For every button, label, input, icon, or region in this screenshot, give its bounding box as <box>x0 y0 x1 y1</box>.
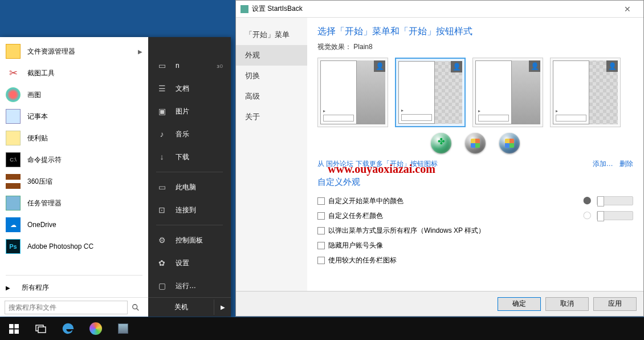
nav-switching[interactable]: 切换 <box>236 66 307 86</box>
theme-option-1[interactable]: 👤 <box>317 58 388 127</box>
power-options-button[interactable]: ▶ <box>214 299 231 315</box>
app-label: 任务管理器 <box>27 199 62 208</box>
divider <box>156 172 223 172</box>
theme-option-3[interactable]: 👤 <box>472 58 543 127</box>
content-heading: 选择「开始」菜单和「开始」按钮样式 <box>317 26 633 38</box>
orb-win-blue[interactable] <box>499 133 520 153</box>
visual-style-row: 视觉效果： Plain8 <box>317 42 633 52</box>
app-label: 文件资源管理器 <box>27 47 75 56</box>
start-button[interactable] <box>0 317 27 340</box>
item-label: 图片 <box>176 107 189 116</box>
avatar-icon: 👤 <box>606 60 618 72</box>
connect-to[interactable]: ⊡连接到 <box>148 199 231 221</box>
color-drop-icon[interactable]: ⬤ <box>583 196 593 206</box>
app-cmd[interactable]: C:\命令提示符 <box>0 149 148 171</box>
user-icon: ▭ <box>156 61 168 70</box>
app-task-manager[interactable]: 任务管理器 <box>0 192 148 214</box>
theme-option-4[interactable]: 👤 <box>550 58 621 127</box>
archive-icon <box>6 174 21 189</box>
svg-point-0 <box>133 304 137 309</box>
nav-start-menu[interactable]: 「开始」菜单 <box>236 25 307 45</box>
app-orb-button[interactable] <box>82 317 109 340</box>
app-notepad[interactable]: 记事本 <box>0 106 148 127</box>
check-hide-avatar: 隐藏用户账号头像 <box>317 238 633 253</box>
app-file-explorer[interactable]: 文件资源管理器▶ <box>0 41 148 62</box>
cancel-button[interactable]: 取消 <box>545 297 589 311</box>
checkbox[interactable] <box>317 227 325 234</box>
power-row: 关机 ▶ <box>148 297 231 317</box>
dialog-body: 「开始」菜单 外观 切换 高级 关于 选择「开始」菜单和「开始」按钮样式 视觉效… <box>236 18 643 291</box>
remove-link[interactable]: 删除 <box>619 160 633 168</box>
network-icon: ⊡ <box>156 205 168 214</box>
app-snipping-tool[interactable]: ✂截图工具 <box>0 62 148 84</box>
checkbox[interactable] <box>317 197 325 205</box>
downloads[interactable]: ↓下载 <box>148 145 231 168</box>
ok-button[interactable]: 确定 <box>498 297 541 311</box>
this-pc[interactable]: ▭此电脑 <box>148 176 231 199</box>
app-paint[interactable]: 画图 <box>0 84 148 106</box>
apply-button[interactable]: 应用 <box>593 297 637 311</box>
svg-rect-4 <box>9 329 14 334</box>
dialog-title: 设置 StartIsBack <box>252 4 303 14</box>
check-label: 隐藏用户账号头像 <box>328 241 383 250</box>
svg-rect-7 <box>38 327 46 333</box>
control-panel[interactable]: ⚙控制面板 <box>148 229 231 252</box>
palette-icon <box>6 87 21 102</box>
check-label: 使用较大的任务栏图标 <box>328 256 397 265</box>
music[interactable]: ♪音乐 <box>148 123 231 145</box>
item-label: 设置 <box>176 258 189 268</box>
taskbar <box>0 317 644 340</box>
search-button[interactable] <box>128 301 144 314</box>
run[interactable]: ▢运行… <box>148 274 231 297</box>
app-label: 记事本 <box>27 112 48 122</box>
folder-icon <box>6 44 21 59</box>
nav-about[interactable]: 关于 <box>236 107 307 127</box>
documents[interactable]: ☰文档 <box>148 77 231 100</box>
nav-advanced[interactable]: 高级 <box>236 86 307 107</box>
nav-appearance[interactable]: 外观 <box>236 45 307 66</box>
task-view-icon <box>35 324 47 333</box>
running-app-button[interactable] <box>109 317 137 340</box>
app-onedrive[interactable]: ☁OneDrive <box>0 214 148 236</box>
checkbox[interactable] <box>317 212 325 220</box>
app-360zip[interactable]: 360压缩 <box>0 171 148 192</box>
shutdown-button[interactable]: 关机 <box>148 298 214 317</box>
check-taskbar-color: 自定义任务栏颜色◯ <box>317 208 633 223</box>
download-more-link[interactable]: 从 国外论坛 下载更多「开始」按钮图标 <box>317 159 438 169</box>
task-view-button[interactable] <box>27 317 55 340</box>
svg-rect-3 <box>14 324 19 329</box>
orb-clover[interactable] <box>431 133 451 153</box>
chevron-right-icon: ▶ <box>6 285 13 291</box>
all-programs[interactable]: ▶所有程序 <box>0 278 148 297</box>
opacity-slider[interactable] <box>597 211 633 220</box>
item-label: 下载 <box>176 152 189 162</box>
opacity-slider[interactable] <box>597 196 633 205</box>
item-label: n <box>176 62 180 70</box>
start-menu-left: 文件资源管理器▶ ✂截图工具 画图 记事本 便利贴 C:\命令提示符 360压缩… <box>0 37 148 317</box>
sticky-note-icon <box>6 131 21 145</box>
app-label: 便利贴 <box>27 133 48 143</box>
app-label: 截图工具 <box>27 68 55 78</box>
orb-win-dark[interactable] <box>465 133 486 153</box>
computer-icon: ▭ <box>156 183 168 192</box>
image-icon: ▣ <box>156 107 168 116</box>
app-photoshop[interactable]: PsAdobe Photoshop CC <box>0 236 148 257</box>
app-sticky-notes[interactable]: 便利贴 <box>0 127 148 149</box>
divider <box>156 225 223 225</box>
pictures[interactable]: ▣图片 <box>148 100 231 123</box>
svg-line-1 <box>137 308 139 310</box>
checkbox[interactable] <box>317 242 325 249</box>
settings[interactable]: ✿设置 <box>148 252 231 274</box>
divider <box>6 275 142 276</box>
search-input[interactable] <box>5 301 128 314</box>
add-link[interactable]: 添加… <box>593 160 613 168</box>
user-folder[interactable]: ▭nɜo <box>148 54 231 77</box>
close-button[interactable]: ✕ <box>616 5 639 14</box>
checkbox[interactable] <box>317 257 325 264</box>
theme-option-2[interactable]: 👤 <box>395 58 466 127</box>
check-xp-style: 以弹出菜单方式显示所有程序（Windows XP 样式） <box>317 223 633 238</box>
item-label: 运行… <box>176 281 196 291</box>
color-drop-icon[interactable]: ◯ <box>583 211 593 221</box>
edge-button[interactable] <box>55 317 82 340</box>
window-icon <box>118 323 128 334</box>
